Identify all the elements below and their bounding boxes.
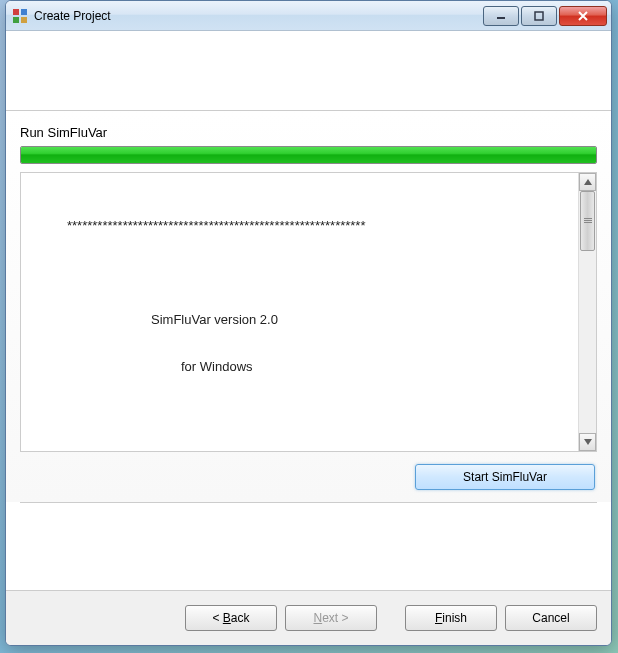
separator-line: ****************************************… xyxy=(31,214,568,237)
scroll-down-arrow-icon[interactable] xyxy=(579,433,596,451)
svg-rect-1 xyxy=(21,9,27,15)
separator-line xyxy=(20,502,597,503)
app-icon xyxy=(12,8,28,24)
progress-bar-fill xyxy=(21,147,596,163)
close-button[interactable] xyxy=(559,6,607,26)
copyright-line: Copyright(c) 2013 by KISTI & LCBB. All R… xyxy=(31,448,568,451)
window-controls xyxy=(481,6,607,26)
wizard-footer: < Back Next > Finish Cancel xyxy=(6,590,611,645)
window-title: Create Project xyxy=(34,9,481,23)
finish-button[interactable]: Finish xyxy=(405,605,497,631)
svg-rect-5 xyxy=(535,12,543,20)
output-panel: ****************************************… xyxy=(20,172,597,452)
start-button-row: Start SimFluVar xyxy=(20,452,597,502)
platform-line: for Windows xyxy=(31,355,568,378)
svg-rect-4 xyxy=(497,17,505,19)
dialog-window: Create Project Run SimFluVar ***********… xyxy=(5,0,612,646)
svg-rect-3 xyxy=(21,17,27,23)
svg-rect-2 xyxy=(13,17,19,23)
start-simfluvar-button[interactable]: Start SimFluVar xyxy=(415,464,595,490)
progress-bar-container xyxy=(20,146,597,164)
next-button: Next > xyxy=(285,605,377,631)
back-button[interactable]: < Back xyxy=(185,605,277,631)
cancel-button[interactable]: Cancel xyxy=(505,605,597,631)
vertical-scrollbar[interactable] xyxy=(578,173,596,451)
maximize-button[interactable] xyxy=(521,6,557,26)
svg-rect-0 xyxy=(13,9,19,15)
wizard-header xyxy=(6,31,611,111)
app-name-line: SimFluVar version 2.0 xyxy=(31,308,568,331)
titlebar[interactable]: Create Project xyxy=(6,1,611,31)
section-label: Run SimFluVar xyxy=(20,125,597,140)
minimize-button[interactable] xyxy=(483,6,519,26)
wizard-content: Run SimFluVar **************************… xyxy=(6,111,611,502)
output-text: ****************************************… xyxy=(21,173,578,451)
scroll-up-arrow-icon[interactable] xyxy=(579,173,596,191)
scroll-thumb[interactable] xyxy=(580,191,595,251)
